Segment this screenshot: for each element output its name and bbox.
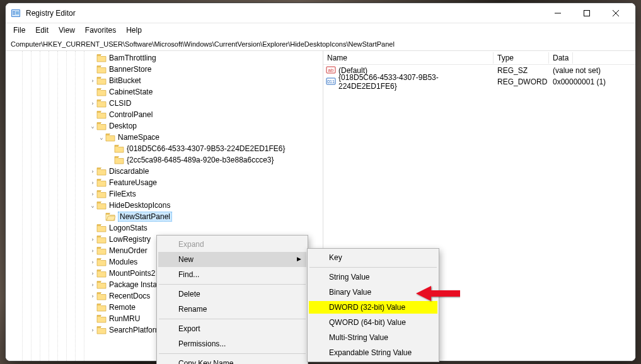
- folder-icon: [96, 314, 107, 323]
- tree-label[interactable]: FileExts: [109, 190, 136, 198]
- titlebar[interactable]: Registry Editor: [6, 3, 635, 23]
- folder-icon: [96, 76, 107, 85]
- folder-icon: [96, 110, 107, 119]
- tree-label[interactable]: BitBucket: [109, 76, 141, 85]
- context-menu[interactable]: ExpandNew▶Find...DeleteRenameExportPermi…: [156, 235, 308, 364]
- folder-icon: [96, 54, 107, 62]
- tree-label[interactable]: Modules: [109, 258, 137, 266]
- maximize-button[interactable]: [572, 4, 601, 23]
- tree-node[interactable]: BamThrottling: [6, 52, 323, 64]
- value-data: 0x00000001 (1): [549, 77, 606, 86]
- expand-icon[interactable]: ›: [89, 77, 96, 84]
- context-item[interactable]: Permissions...: [158, 336, 306, 351]
- folder-icon: [105, 133, 115, 142]
- tree-node[interactable]: ⌄ Desktop: [6, 120, 323, 132]
- tree-label[interactable]: Remote: [109, 303, 136, 312]
- value-row[interactable]: 011{018D5C66-4533-4307-9B53-224DE2ED1FE6…: [323, 76, 635, 88]
- submenu-item[interactable]: String Value: [309, 270, 437, 285]
- context-submenu-new[interactable]: KeyString ValueBinary ValueDWORD (32-bit…: [307, 248, 439, 362]
- expand-icon[interactable]: ›: [89, 236, 96, 242]
- submenu-item[interactable]: Key: [309, 250, 437, 265]
- folder-icon: [114, 156, 124, 164]
- menu-view[interactable]: View: [54, 25, 80, 36]
- expand-icon[interactable]: ›: [89, 100, 96, 106]
- context-item[interactable]: Copy Key Name: [158, 356, 306, 364]
- expand-icon[interactable]: ›: [89, 179, 96, 186]
- svg-rect-7: [584, 10, 590, 16]
- tree-label[interactable]: ControlPanel: [109, 110, 153, 119]
- tree-label[interactable]: Desktop: [109, 122, 137, 130]
- tree-node[interactable]: ⌄ NameSpace: [6, 132, 323, 143]
- expand-icon[interactable]: ›: [89, 270, 96, 276]
- expand-icon[interactable]: ⌄: [89, 202, 96, 208]
- tree-node[interactable]: LogonStats: [6, 222, 323, 234]
- tree-label[interactable]: BamThrottling: [109, 54, 156, 62]
- tree-node[interactable]: {018D5C66-4533-4307-9B53-224DE2ED1FE6}: [6, 143, 323, 154]
- svg-marker-14: [416, 286, 460, 301]
- col-data[interactable]: Data: [549, 52, 573, 64]
- context-item[interactable]: Find...: [158, 267, 306, 282]
- expand-icon[interactable]: ›: [89, 282, 96, 288]
- separator: [159, 284, 306, 285]
- tree-label[interactable]: CabinetState: [109, 88, 153, 96]
- tree-node[interactable]: › Discardable: [6, 166, 323, 177]
- submenu-item[interactable]: Expandable String Value: [309, 345, 437, 360]
- close-button[interactable]: [601, 4, 630, 23]
- expand-icon[interactable]: ›: [89, 247, 96, 254]
- tree-node[interactable]: › FileExts: [6, 188, 323, 200]
- tree-node[interactable]: NewStartPanel: [6, 211, 323, 222]
- expand-icon[interactable]: ›: [89, 293, 96, 299]
- tree-label[interactable]: CLSID: [109, 99, 131, 108]
- folder-icon: [96, 88, 107, 96]
- expand-icon[interactable]: ›: [89, 327, 96, 333]
- menu-file[interactable]: File: [8, 25, 30, 36]
- tree-node[interactable]: CabinetState: [6, 86, 323, 98]
- folder-icon: [96, 258, 107, 266]
- tree-label[interactable]: NameSpace: [118, 133, 159, 142]
- expand-icon[interactable]: ⌄: [98, 134, 105, 140]
- folder-icon: [96, 65, 107, 74]
- context-item[interactable]: Rename: [158, 302, 306, 317]
- address-bar[interactable]: Computer\HKEY_CURRENT_USER\Software\Micr…: [6, 37, 635, 51]
- expand-icon[interactable]: ›: [89, 168, 96, 174]
- tree-node[interactable]: ControlPanel: [6, 109, 323, 120]
- col-type[interactable]: Type: [494, 52, 549, 64]
- submenu-item[interactable]: Multi-String Value: [309, 330, 437, 345]
- folder-icon: [96, 122, 107, 130]
- tree-node[interactable]: BannerStore: [6, 64, 323, 75]
- tree-label[interactable]: {2cc5ca98-6485-489a-920e-b3e88a6ccce3}: [127, 156, 274, 164]
- tree-node[interactable]: ⌄ HideDesktopIcons: [6, 200, 323, 211]
- menu-favorites[interactable]: Favorites: [80, 25, 121, 36]
- value-data: (value not set): [549, 66, 601, 75]
- tree-node[interactable]: {2cc5ca98-6485-489a-920e-b3e88a6ccce3}: [6, 154, 323, 166]
- expand-icon[interactable]: ›: [89, 259, 96, 265]
- tree-label[interactable]: RunMRU: [109, 314, 140, 323]
- tree-node[interactable]: › CLSID: [6, 98, 323, 109]
- tree-node[interactable]: › FeatureUsage: [6, 177, 323, 188]
- context-item[interactable]: Delete: [158, 287, 306, 302]
- tree-label[interactable]: SearchPlatform: [109, 326, 161, 334]
- tree-label[interactable]: BannerStore: [109, 65, 151, 74]
- context-item[interactable]: Export: [158, 321, 306, 336]
- expand-icon[interactable]: ⌄: [89, 123, 96, 129]
- context-item[interactable]: New▶: [158, 252, 306, 267]
- tree-label[interactable]: HideDesktopIcons: [109, 201, 170, 210]
- tree-label[interactable]: MountPoints2: [109, 269, 155, 278]
- expand-icon[interactable]: ›: [89, 191, 96, 197]
- tree-label[interactable]: RecentDocs: [109, 292, 150, 300]
- tree-node[interactable]: › BitBucket: [6, 75, 323, 86]
- tree-label[interactable]: LogonStats: [109, 224, 147, 232]
- tree-label[interactable]: NewStartPanel: [118, 212, 172, 222]
- col-name[interactable]: Name: [323, 52, 494, 64]
- tree-label[interactable]: {018D5C66-4533-4307-9B53-224DE2ED1FE6}: [127, 144, 286, 153]
- tree-label[interactable]: MenuOrder: [109, 246, 147, 255]
- menu-edit[interactable]: Edit: [30, 25, 54, 36]
- tree-label[interactable]: Discardable: [109, 167, 149, 176]
- submenu-item[interactable]: QWORD (64-bit) Value: [309, 315, 437, 330]
- tree-label[interactable]: FeatureUsage: [109, 178, 157, 187]
- tree-label[interactable]: LowRegistry: [109, 235, 151, 244]
- context-item[interactable]: Expand: [158, 237, 306, 252]
- menu-help[interactable]: Help: [121, 25, 147, 36]
- minimize-button[interactable]: [543, 4, 572, 23]
- values-header[interactable]: Name Type Data: [323, 51, 635, 65]
